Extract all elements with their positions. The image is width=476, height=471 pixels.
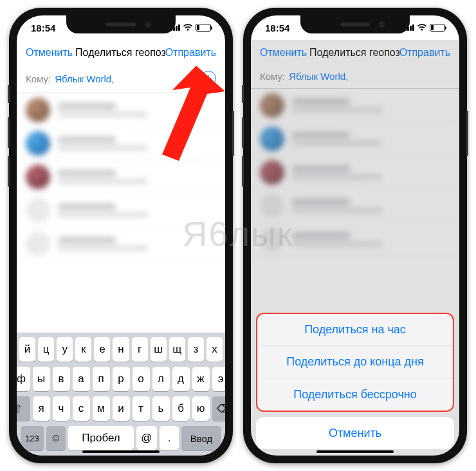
key-п[interactable]: п — [93, 367, 110, 391]
to-label: Кому: — [26, 73, 51, 84]
key-в[interactable]: в — [53, 367, 70, 391]
key-т[interactable]: т — [133, 396, 150, 421]
at-key[interactable]: @ — [136, 426, 157, 450]
key-е[interactable]: е — [94, 337, 110, 362]
page-title: Поделиться геопози... — [73, 47, 165, 59]
navbar: Отменить Поделиться геопози... Отправить — [17, 40, 225, 66]
key-ф[interactable]: ф — [17, 367, 30, 391]
key-к[interactable]: к — [75, 337, 91, 362]
notch — [300, 15, 410, 33]
keyboard[interactable]: йцукенгшщзх фывапролджэ ⇧ ячсмитьбю ⌫ 12… — [17, 333, 225, 456]
numbers-key[interactable]: 123 — [21, 426, 44, 450]
list-item[interactable] — [17, 127, 225, 160]
key-ж[interactable]: ж — [192, 367, 210, 391]
contact-list — [17, 93, 225, 261]
phone-left: 18:54 Отменить Поделиться геопози... Отп… — [9, 8, 233, 463]
battery-icon — [430, 24, 445, 32]
share-day-button[interactable]: Поделиться до конца дня — [257, 346, 453, 378]
share-hour-button[interactable]: Поделиться на час — [257, 314, 453, 346]
key-ч[interactable]: ч — [53, 396, 70, 421]
to-row[interactable]: Кому: Яблык World, + — [17, 66, 225, 93]
key-д[interactable]: д — [172, 367, 190, 391]
home-indicator[interactable] — [316, 450, 394, 453]
list-item[interactable] — [17, 194, 225, 227]
key-р[interactable]: р — [113, 367, 130, 391]
wifi-icon — [417, 24, 427, 32]
wifi-icon — [183, 24, 193, 32]
battery-icon — [196, 24, 211, 32]
key-я[interactable]: я — [33, 396, 50, 421]
list-item[interactable] — [17, 227, 225, 261]
backspace-key[interactable]: ⌫ — [212, 396, 226, 421]
send-button[interactable]: Отправить — [165, 47, 216, 59]
key-л[interactable]: л — [152, 367, 170, 391]
phone-right: 18:54 Отменить Поделиться геопози... Отп… — [243, 8, 467, 463]
key-ь[interactable]: ь — [152, 396, 170, 421]
key-х[interactable]: х — [206, 337, 223, 362]
shift-key[interactable]: ⇧ — [17, 396, 30, 421]
list-item[interactable] — [17, 160, 225, 194]
key-о[interactable]: о — [133, 367, 150, 391]
list-item[interactable] — [17, 93, 225, 127]
key-с[interactable]: с — [73, 396, 90, 421]
emoji-key[interactable]: ☺ — [46, 426, 66, 450]
notch — [66, 15, 176, 33]
return-key[interactable]: Ввод — [181, 426, 221, 450]
cancel-button[interactable]: Отменить — [26, 47, 73, 59]
key-и[interactable]: и — [113, 396, 130, 421]
key-б[interactable]: б — [172, 396, 190, 421]
key-з[interactable]: з — [188, 337, 204, 362]
key-у[interactable]: у — [57, 337, 73, 362]
dot-key[interactable]: . — [160, 426, 179, 450]
sheet-cancel-button[interactable]: Отменить — [256, 417, 454, 449]
key-й[interactable]: й — [19, 337, 35, 362]
home-indicator[interactable] — [82, 450, 160, 453]
key-ю[interactable]: ю — [192, 396, 210, 421]
key-г[interactable]: г — [132, 337, 148, 362]
status-time: 18:54 — [31, 23, 55, 33]
key-э[interactable]: э — [212, 367, 226, 391]
to-value: Яблык World, — [55, 73, 114, 84]
key-н[interactable]: н — [113, 337, 129, 362]
key-щ[interactable]: щ — [169, 337, 185, 362]
share-forever-button[interactable]: Поделиться бессрочно — [257, 378, 453, 411]
add-contact-button[interactable]: + — [201, 71, 216, 86]
key-м[interactable]: м — [93, 396, 110, 421]
key-а[interactable]: а — [73, 367, 90, 391]
status-time: 18:54 — [265, 23, 289, 33]
key-ы[interactable]: ы — [33, 367, 50, 391]
key-ц[interactable]: ц — [38, 337, 54, 362]
key-ш[interactable]: ш — [151, 337, 167, 362]
space-key[interactable]: Пробел — [68, 426, 134, 450]
action-sheet: Поделиться на час Поделиться до конца дн… — [256, 313, 454, 412]
